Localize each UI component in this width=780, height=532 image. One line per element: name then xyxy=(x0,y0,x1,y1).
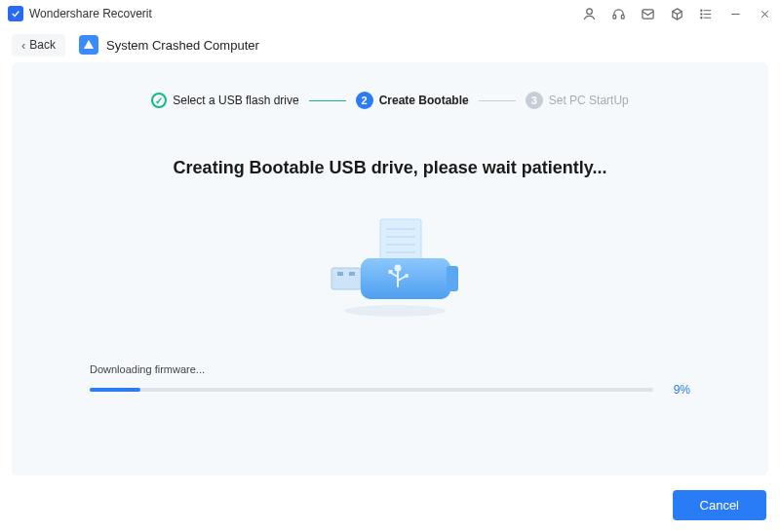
app-logo-icon xyxy=(8,6,23,21)
subheader: ‹ Back System Crashed Computer xyxy=(0,27,780,62)
progress-bar xyxy=(90,388,653,392)
check-icon: ✓ xyxy=(151,93,167,108)
close-icon[interactable] xyxy=(757,6,772,21)
stepper: ✓ Select a USB flash drive 2 Create Boot… xyxy=(80,92,700,109)
headset-icon[interactable] xyxy=(610,6,626,21)
svg-rect-2 xyxy=(621,15,624,19)
progress-fill xyxy=(90,388,140,392)
cube-icon[interactable] xyxy=(669,6,684,21)
titlebar: Wondershare Recoverit xyxy=(0,0,780,27)
svg-rect-21 xyxy=(447,266,458,291)
progress-row: 9% xyxy=(90,383,690,397)
step-label: Select a USB flash drive xyxy=(173,94,298,107)
svg-point-22 xyxy=(344,305,446,317)
usb-drive-icon xyxy=(302,217,478,324)
usb-illustration xyxy=(80,217,700,324)
progress-area: Downloading firmware... 9% xyxy=(80,363,700,397)
svg-rect-1 xyxy=(612,15,615,19)
progress-status-text: Downloading firmware... xyxy=(90,363,690,375)
step-label: Create Bootable xyxy=(379,94,469,107)
svg-rect-13 xyxy=(337,272,343,276)
titlebar-left: Wondershare Recoverit xyxy=(8,6,152,21)
step-set-pc-startup: 3 Set PC StartUp xyxy=(526,92,629,109)
user-icon[interactable] xyxy=(581,6,597,21)
step-label: Set PC StartUp xyxy=(549,94,629,107)
section-header: System Crashed Computer xyxy=(79,35,259,55)
svg-point-5 xyxy=(700,13,701,14)
svg-rect-19 xyxy=(389,270,393,274)
cancel-button[interactable]: Cancel xyxy=(673,490,766,520)
titlebar-right xyxy=(581,6,772,21)
minimize-icon[interactable] xyxy=(727,6,743,21)
page-title: Creating Bootable USB drive, please wait… xyxy=(80,158,700,178)
svg-point-20 xyxy=(405,274,409,278)
svg-point-0 xyxy=(586,8,592,14)
svg-rect-12 xyxy=(332,268,361,289)
step-number-icon: 3 xyxy=(526,92,543,109)
footer: Cancel xyxy=(673,490,766,520)
svg-point-6 xyxy=(700,17,701,18)
main-panel: ✓ Select a USB flash drive 2 Create Boot… xyxy=(12,62,768,475)
progress-percent: 9% xyxy=(667,383,690,397)
svg-rect-16 xyxy=(361,258,450,299)
menu-list-icon[interactable] xyxy=(698,6,714,21)
back-label: Back xyxy=(29,38,56,52)
svg-rect-3 xyxy=(642,9,652,18)
step-create-bootable: 2 Create Bootable xyxy=(356,92,469,109)
step-number-icon: 2 xyxy=(356,92,373,109)
back-button[interactable]: ‹ Back xyxy=(12,34,65,57)
step-connector xyxy=(479,100,516,101)
app-title: Wondershare Recoverit xyxy=(29,7,152,20)
mail-icon[interactable] xyxy=(640,6,655,21)
svg-point-18 xyxy=(396,266,401,271)
monitor-icon xyxy=(79,35,98,55)
chevron-left-icon: ‹ xyxy=(21,38,25,53)
step-connector xyxy=(309,100,346,101)
svg-rect-14 xyxy=(349,272,355,276)
svg-point-4 xyxy=(700,10,701,11)
step-select-usb: ✓ Select a USB flash drive xyxy=(151,93,298,108)
section-title: System Crashed Computer xyxy=(106,38,259,53)
